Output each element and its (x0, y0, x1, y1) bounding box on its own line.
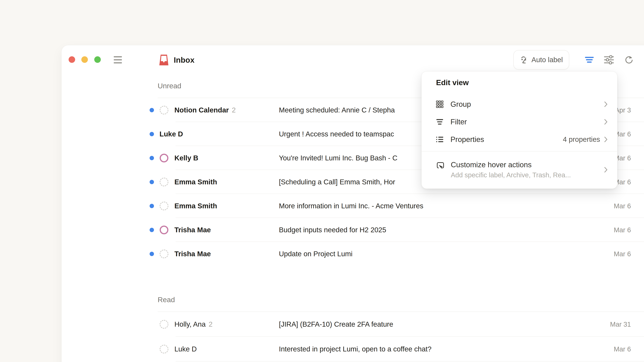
sender: Luke D (174, 345, 197, 353)
unread-dot (150, 228, 154, 232)
sender: Kelly B (174, 154, 198, 162)
email-subject: Urgent ! Access needed to teamspac (279, 130, 394, 138)
sender-name: Trisha Mae (174, 226, 211, 234)
email-section: ReadHolly, Ana2[JIRA] (B2FA-10) Create 2… (62, 288, 644, 362)
chevron-right-icon (604, 119, 608, 125)
avatar-ring[interactable] (160, 154, 168, 162)
properties-icon (436, 136, 444, 143)
section-header: Read (62, 288, 644, 312)
thread-count: 2 (209, 320, 212, 328)
email-subject: Meeting scheduled: Annie C / Stepha (279, 106, 395, 114)
sender-name: Kelly B (174, 154, 198, 162)
sender: Luke D (160, 130, 183, 138)
sender: Holly, Ana2 (174, 320, 212, 328)
sender: Emma Smith (174, 178, 217, 186)
unread-dot (150, 108, 154, 112)
unread-dot (150, 180, 154, 184)
sender-name: Luke D (174, 345, 197, 353)
sender-name: Holly, Ana (174, 320, 206, 328)
email-subject: Interested in project Lumi, open to a co… (279, 345, 432, 353)
email-date: Mar 6 (614, 346, 631, 353)
page-title: Inbox (174, 55, 194, 64)
email-date: Mar 6 (614, 226, 631, 234)
cursor-box-icon (436, 162, 444, 169)
email-subject: [JIRA] (B2FA-10) Create 2FA feature (279, 320, 393, 328)
menu-item-description: Add specific label, Archive, Trash, Rea.… (451, 171, 571, 179)
email-subject: Budget inputs needed for H2 2025 (279, 226, 386, 234)
avatar-select-circle[interactable] (160, 178, 168, 186)
zoom-window-button[interactable] (94, 56, 101, 63)
auto-label-button[interactable]: Auto label (513, 50, 569, 69)
email-date: Mar 6 (614, 202, 631, 210)
menu-item-filter[interactable]: Filter (422, 113, 617, 131)
email-row[interactable]: Emma SmithMore information in Lumi Inc. … (62, 194, 644, 218)
email-row[interactable]: Trisha MaeUpdate on Project LumiMar 6 (62, 242, 644, 266)
filter-icon (436, 118, 444, 125)
popover-title: Edit view (436, 78, 603, 87)
sender: Trisha Mae (174, 226, 211, 234)
sender-name: Notion Calendar (174, 106, 229, 114)
view-settings-sliders-icon[interactable] (604, 54, 614, 65)
close-window-button[interactable] (68, 56, 75, 63)
menu-item-properties[interactable]: Properties 4 properties (422, 131, 617, 148)
chevron-right-icon (604, 136, 608, 143)
email-subject: You're Invited! Lumi Inc. Bug Bash - C (279, 154, 398, 162)
menu-icon[interactable] (114, 56, 122, 64)
email-subject: [Scheduling a Call] Emma Smith, Hor (279, 178, 395, 186)
email-subject: Update on Project Lumi (279, 250, 352, 258)
group-icon (436, 100, 444, 108)
avatar-select-circle[interactable] (160, 202, 168, 210)
sender-name: Emma Smith (174, 178, 217, 186)
email-row[interactable]: Holly, Ana2[JIRA] (B2FA-10) Create 2FA f… (62, 312, 644, 337)
email-row[interactable]: Trisha MaeBudget inputs needed for H2 20… (62, 218, 644, 242)
avatar-select-circle[interactable] (160, 345, 168, 354)
refresh-icon[interactable] (624, 54, 634, 65)
unread-dot (150, 132, 154, 136)
inbox-logo-icon (159, 55, 168, 65)
section-label: Read (158, 296, 175, 304)
sender-name: Luke D (160, 130, 183, 138)
unread-dot (150, 252, 154, 256)
unread-dot (150, 204, 154, 208)
menu-item-label: Properties (450, 135, 484, 144)
filter-active-icon[interactable] (584, 54, 595, 65)
properties-count: 4 properties (563, 135, 600, 143)
sender: Notion Calendar2 (174, 106, 236, 114)
chevron-right-icon (604, 167, 608, 173)
avatar-select-circle[interactable] (160, 320, 168, 329)
email-date: Mar 31 (610, 321, 631, 328)
menu-item-label: Group (450, 100, 471, 108)
thread-count: 2 (232, 106, 236, 114)
avatar-ring[interactable] (160, 226, 168, 234)
auto-label-button-label: Auto label (532, 56, 563, 64)
menu-item-group[interactable]: Group (422, 95, 617, 113)
unread-dot (150, 156, 154, 160)
section-label: Unread (158, 82, 181, 90)
sender: Emma Smith (174, 202, 217, 210)
sender: Trisha Mae (174, 250, 211, 258)
sender-name: Trisha Mae (174, 250, 211, 258)
email-subject: More information in Lumi Inc. - Acme Ven… (279, 202, 423, 210)
minimize-window-button[interactable] (81, 56, 88, 63)
mail-window: Inbox Auto label (62, 45, 644, 362)
avatar-select-circle[interactable] (160, 250, 168, 258)
chevron-right-icon (604, 101, 608, 107)
auto-label-wand-icon (520, 56, 528, 64)
menu-item-label: Customize hover actions (451, 161, 571, 169)
menu-item-label: Filter (450, 118, 467, 126)
email-row[interactable]: Luke DInterested in project Lumi, open t… (62, 337, 644, 362)
sender-name: Emma Smith (174, 202, 217, 210)
avatar-select-circle[interactable] (160, 106, 168, 114)
edit-view-popover: Edit view Group (422, 71, 617, 189)
menu-item-customize-hover-actions[interactable]: Customize hover actions Add specific lab… (422, 151, 617, 188)
email-date: Mar 6 (614, 250, 631, 258)
